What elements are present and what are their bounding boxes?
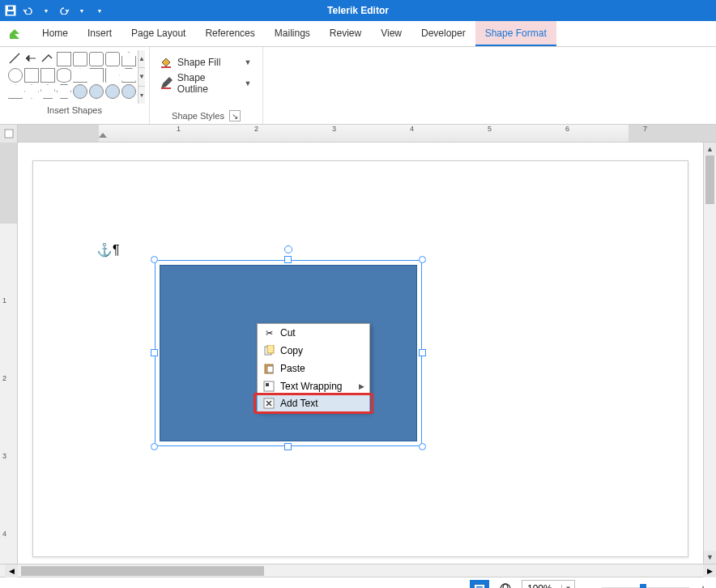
rotate-handle[interactable] xyxy=(284,245,292,254)
insert-shapes-label: Insert Shapes xyxy=(6,104,143,117)
gallery-expand-icon[interactable]: ▾ xyxy=(139,87,145,104)
menu-bar: Home Insert Page Layout References Maili… xyxy=(0,21,716,47)
chevron-down-icon[interactable]: ▼ xyxy=(243,79,253,87)
scroll-down-icon[interactable]: ▼ xyxy=(139,68,145,86)
resize-handle-bl[interactable] xyxy=(151,443,158,450)
undo-icon[interactable] xyxy=(23,5,34,16)
vertical-ruler[interactable]: 1 2 3 4 xyxy=(0,143,18,564)
svg-point-17 xyxy=(501,584,510,589)
zoom-combo[interactable]: 100% ▼ xyxy=(522,580,575,589)
resize-handle-tr[interactable] xyxy=(419,256,426,263)
svg-rect-5 xyxy=(5,130,13,138)
page-icon xyxy=(4,129,14,138)
zoom-slider-knob[interactable] xyxy=(640,584,646,589)
svg-rect-4 xyxy=(161,87,171,89)
pen-icon xyxy=(160,77,173,90)
save-icon[interactable] xyxy=(5,5,16,16)
scroll-right-icon[interactable]: ▶ xyxy=(703,565,716,577)
zoom-value[interactable]: 100% xyxy=(522,583,561,589)
shape-outline-button[interactable]: Shape Outline ▼ xyxy=(156,75,256,92)
cut-icon: ✂ xyxy=(262,326,275,339)
shape-fill-button[interactable]: Shape Fill ▼ xyxy=(156,53,256,71)
tab-developer[interactable]: Developer xyxy=(411,21,475,46)
indent-marker[interactable] xyxy=(99,133,107,138)
chevron-down-icon[interactable]: ▼ xyxy=(243,58,253,66)
shapes-gallery[interactable]: ▲ ▼ ▾ xyxy=(6,50,143,104)
add-text-icon xyxy=(262,397,275,410)
scroll-left-icon[interactable]: ◀ xyxy=(5,565,18,577)
dialog-launcher-icon[interactable]: ↘ xyxy=(229,110,241,121)
chevron-down-icon[interactable]: ▼ xyxy=(561,585,574,588)
horizontal-ruler[interactable]: 1 2 3 4 5 6 7 xyxy=(18,125,716,143)
horizontal-ruler-area: 1 2 3 4 5 6 7 xyxy=(0,125,716,143)
app-logo-icon xyxy=(8,26,24,42)
tab-review[interactable]: Review xyxy=(320,21,371,46)
file-tab[interactable] xyxy=(0,21,32,46)
svg-rect-1 xyxy=(7,11,14,15)
shapes-gallery-scroll[interactable]: ▲ ▼ ▾ xyxy=(138,50,145,104)
svg-rect-9 xyxy=(267,366,273,373)
svg-rect-14 xyxy=(476,586,483,588)
svg-rect-7 xyxy=(267,345,274,353)
app-title: Telerik Editor xyxy=(327,5,389,16)
vertical-scrollbar[interactable]: ▲ ▼ xyxy=(703,143,716,564)
dropdown-icon[interactable]: ▼ xyxy=(40,5,52,16)
zoom-in-button[interactable]: + xyxy=(697,582,710,589)
globe-icon xyxy=(500,583,511,589)
context-menu-text-wrapping[interactable]: Text Wrapping ▶ xyxy=(258,377,369,395)
paint-bucket-icon xyxy=(160,56,173,69)
status-bar: 100% ▼ − + xyxy=(0,577,716,588)
resize-handle-tm[interactable] xyxy=(284,256,292,263)
resize-handle-mr[interactable] xyxy=(419,349,426,356)
submenu-arrow-icon: ▶ xyxy=(359,382,364,390)
context-menu: ✂ Cut Copy Paste Text Wrapping ▶ Add Tex… xyxy=(257,323,370,412)
tab-insert[interactable]: Insert xyxy=(78,21,121,46)
tab-shape-format[interactable]: Shape Format xyxy=(475,21,556,46)
resize-handle-tl[interactable] xyxy=(151,256,158,263)
dropdown-icon[interactable]: ▼ xyxy=(76,5,87,16)
ruler-corner xyxy=(0,125,18,143)
tab-references[interactable]: References xyxy=(195,21,264,46)
quick-access-toolbar: ▼ ▼ ▼ xyxy=(0,5,105,16)
shapes-gallery-grid[interactable] xyxy=(6,50,138,104)
view-web-layout[interactable] xyxy=(496,580,515,589)
document-area: 1 2 3 4 ⚓¶ ✂ Cut Copy xyxy=(0,143,716,564)
qat-customize-icon[interactable]: ▼ xyxy=(94,5,105,16)
copy-icon xyxy=(262,344,275,357)
scroll-down-icon[interactable]: ▼ xyxy=(704,551,716,564)
document-page[interactable]: ⚓¶ ✂ Cut Copy Pa xyxy=(32,160,688,557)
context-menu-add-text[interactable]: Add Text xyxy=(257,394,370,412)
ribbon-group-insert-shapes: ▲ ▼ ▾ Insert Shapes xyxy=(0,47,150,124)
tab-home[interactable]: Home xyxy=(32,21,78,46)
tab-mailings[interactable]: Mailings xyxy=(265,21,320,46)
anchor-paragraph-mark: ⚓¶ xyxy=(96,242,120,258)
view-print-layout[interactable] xyxy=(470,580,489,589)
resize-handle-br[interactable] xyxy=(419,443,426,450)
resize-handle-ml[interactable] xyxy=(151,349,158,356)
shape-styles-label: Shape Styles xyxy=(172,111,224,121)
paste-icon xyxy=(262,362,275,375)
tab-page-layout[interactable]: Page Layout xyxy=(121,21,195,46)
zoom-out-button[interactable]: − xyxy=(582,582,595,589)
svg-point-18 xyxy=(503,584,508,589)
title-bar: ▼ ▼ ▼ Telerik Editor xyxy=(0,0,716,21)
scroll-up-icon[interactable]: ▲ xyxy=(704,143,716,156)
resize-handle-bm[interactable] xyxy=(284,443,292,450)
svg-rect-2 xyxy=(8,6,13,10)
tab-view[interactable]: View xyxy=(371,21,411,46)
svg-rect-11 xyxy=(266,383,269,386)
svg-rect-3 xyxy=(161,66,171,68)
context-menu-copy[interactable]: Copy xyxy=(258,342,369,360)
context-menu-cut[interactable]: ✂ Cut xyxy=(258,324,369,342)
scroll-thumb[interactable] xyxy=(705,156,714,204)
text-wrap-icon xyxy=(262,380,275,393)
scroll-thumb[interactable] xyxy=(21,566,264,576)
ribbon: ▲ ▼ ▾ Insert Shapes Shape Fill ▼ Shape O… xyxy=(0,47,716,125)
redo-icon[interactable] xyxy=(58,5,70,16)
ribbon-group-shape-styles: Shape Fill ▼ Shape Outline ▼ Shape Style… xyxy=(150,47,263,124)
horizontal-scrollbar[interactable]: ◀ ▶ xyxy=(0,564,716,577)
context-menu-paste[interactable]: Paste xyxy=(258,360,369,377)
scroll-up-icon[interactable]: ▲ xyxy=(139,50,145,68)
